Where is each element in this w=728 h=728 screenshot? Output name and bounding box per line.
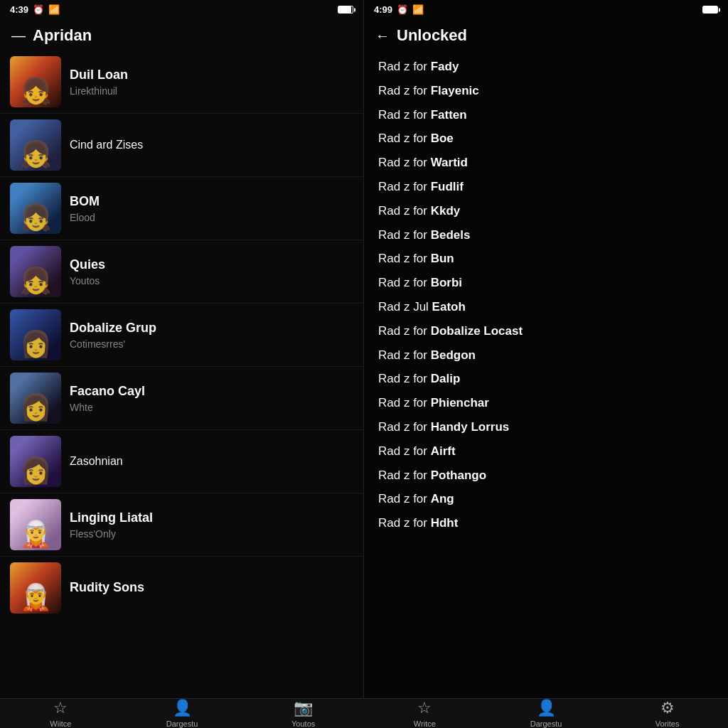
right-title: Unlocked: [397, 26, 467, 45]
item-title: Cind ard Zises: [70, 139, 353, 151]
unlock-prefix: Rad z for: [378, 396, 431, 410]
list-item[interactable]: 🧝Rudity Sons: [0, 557, 363, 619]
unlock-suffix: Hdht: [431, 516, 459, 530]
unlock-prefix: Rad z for: [378, 276, 431, 289]
item-subtitle: Whte: [70, 402, 353, 413]
list-item[interactable]: 👧QuiesYoutos: [0, 240, 363, 304]
item-title: Facano Cayl: [70, 383, 353, 400]
unlock-prefix: Rad z for: [378, 444, 431, 458]
item-text: BOMElood: [70, 193, 353, 223]
unlock-item[interactable]: Rad z for Ang: [378, 487, 714, 511]
list-item[interactable]: 👩Dobalize GrupCotimesrres': [0, 304, 363, 367]
unlock-prefix: Rad z for: [378, 180, 431, 193]
avatar: 👧: [10, 183, 61, 234]
nav-label: Dargestu: [166, 719, 198, 728]
unlock-item[interactable]: Rad z for Dobalize Locast: [378, 319, 714, 343]
unlock-item[interactable]: Rad z for Bedels: [378, 223, 714, 247]
list-item[interactable]: 👧Cind ard Zises: [0, 114, 363, 177]
battery-icon: [338, 6, 353, 14]
unlock-item[interactable]: Rad z Jul Eatoh: [378, 295, 714, 319]
left-bottom-nav: ☆Wiitce👤Dargestu📷Youtos: [0, 698, 364, 728]
avatar: 👩: [10, 309, 61, 360]
item-text: Rudity Sons: [70, 579, 353, 596]
right-bottom-nav: ☆Writce👤Dargestu⚙Vorites: [364, 698, 728, 728]
unlock-suffix: Bedels: [431, 228, 471, 242]
list-item[interactable]: 🧝Linging LiatalFless'Only: [0, 493, 363, 557]
nav-icon: ⚙: [660, 699, 675, 717]
unlock-suffix: Borbi: [431, 276, 462, 289]
unlock-prefix: Rad z for: [378, 60, 431, 73]
hamburger-icon[interactable]: —: [11, 28, 26, 44]
unlock-item[interactable]: Rad z for Bun: [378, 247, 714, 271]
item-text: Zasohnian: [70, 455, 353, 468]
nav-label: Writce: [414, 719, 436, 728]
right-time: 4:99: [374, 4, 392, 15]
left-status-bar: 4:39 ⏰ 📶: [0, 0, 363, 19]
unlock-suffix: Flayenic: [431, 84, 479, 97]
item-title: Rudity Sons: [70, 579, 353, 596]
item-subtitle: Youtos: [70, 275, 353, 287]
list-item[interactable]: 👧BOMElood: [0, 177, 363, 240]
unlock-item[interactable]: Rad z for Handy Lorrus: [378, 415, 714, 439]
unlock-item[interactable]: Rad z for Phienchar: [378, 391, 714, 415]
avatar: 👧: [10, 119, 61, 171]
unlock-item[interactable]: Rad z for Borbi: [378, 271, 714, 295]
unlock-suffix: Ang: [431, 492, 454, 505]
nav-label: Youtos: [291, 719, 315, 728]
unlock-prefix: Rad z for: [378, 228, 431, 242]
item-text: Duil LoanLirekthinuil: [70, 67, 353, 96]
unlock-item[interactable]: Rad z for Airft: [378, 439, 714, 464]
right-alarm-icon: ⏰: [397, 4, 408, 15]
right-nav-item[interactable]: ☆Writce: [364, 699, 486, 728]
unlock-suffix: Bedgon: [431, 348, 476, 362]
item-text: Linging LiatalFless'Only: [70, 510, 353, 539]
unlock-item[interactable]: Rad z for Wartid: [378, 151, 714, 175]
unlock-item[interactable]: Rad z for Fudlif: [378, 175, 714, 199]
unlock-item[interactable]: Rad z for Flayenic: [378, 79, 714, 103]
right-nav-item[interactable]: 👤Dargestu: [486, 699, 607, 728]
item-subtitle: Fless'Only: [70, 528, 353, 540]
unlock-item[interactable]: Rad z for Bedgon: [378, 343, 714, 368]
item-subtitle: Elood: [70, 212, 353, 223]
nav-icon: 👤: [173, 699, 192, 717]
list-item[interactable]: 👩Zasohnian: [0, 430, 363, 493]
avatar: 👩: [10, 436, 61, 487]
unlock-item[interactable]: Rad z for Fady: [378, 55, 714, 79]
unlock-suffix: Eatoh: [432, 300, 466, 314]
unlock-prefix: Rad z for: [378, 204, 431, 218]
back-arrow-icon[interactable]: ←: [375, 28, 390, 44]
unlock-prefix: Rad z Jul: [378, 300, 432, 314]
avatar: 🧝: [10, 562, 61, 614]
item-title: BOM: [70, 193, 353, 210]
unlock-item[interactable]: Rad z for Boe: [378, 127, 714, 151]
nav-icon: ☆: [417, 699, 432, 717]
left-nav-item[interactable]: 👤Dargestu: [122, 699, 243, 728]
left-list: 👧Duil LoanLirekthinuil👧Cind ard Zises👧BO…: [0, 50, 363, 698]
item-text: Cind ard Zises: [70, 139, 353, 151]
left-status-right: [338, 6, 353, 14]
unlock-item[interactable]: Rad z for Dalip: [378, 367, 714, 391]
unlock-prefix: Rad z for: [378, 516, 431, 530]
item-subtitle: Cotimesrres': [70, 338, 353, 350]
unlock-suffix: Bun: [431, 252, 454, 265]
unlock-item[interactable]: Rad z for Pothango: [378, 464, 714, 488]
unlock-suffix: Fudlif: [431, 180, 464, 193]
unlock-item[interactable]: Rad z for Kkdy: [378, 199, 714, 223]
item-text: Dobalize GrupCotimesrres': [70, 320, 353, 349]
unlock-suffix: Kkdy: [431, 204, 461, 218]
left-nav-item[interactable]: ☆Wiitce: [0, 699, 122, 728]
unlock-prefix: Rad z for: [378, 108, 431, 122]
unlock-prefix: Rad z for: [378, 492, 431, 505]
left-nav-item[interactable]: 📷Youtos: [242, 699, 364, 728]
list-item[interactable]: 👩Facano CaylWhte: [0, 367, 363, 430]
unlock-prefix: Rad z for: [378, 252, 431, 265]
unlock-prefix: Rad z for: [378, 372, 431, 385]
right-header: ← Unlocked: [364, 19, 728, 50]
list-item[interactable]: 👧Duil LoanLirekthinuil: [0, 50, 363, 114]
unlock-prefix: Rad z for: [378, 420, 431, 434]
right-list: Rad z for FadyRad z for FlayenicRad z fo…: [364, 50, 728, 698]
unlock-item[interactable]: Rad z for Fatten: [378, 103, 714, 127]
unlock-item[interactable]: Rad z for Hdht: [378, 511, 714, 535]
right-status-bar: 4:99 ⏰ 📶: [364, 0, 728, 19]
right-nav-item[interactable]: ⚙Vorites: [606, 699, 728, 728]
